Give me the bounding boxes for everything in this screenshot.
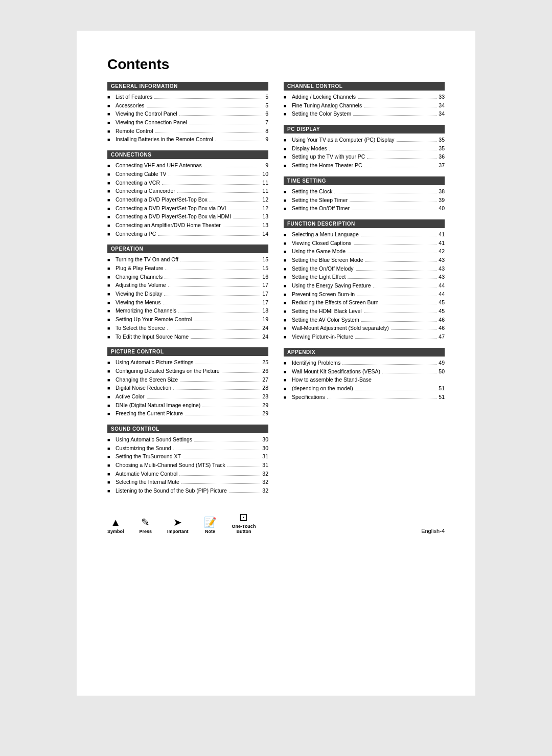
bullet-icon: ■ — [284, 292, 290, 298]
page-number: 29 — [262, 410, 268, 417]
bullet-icon: ■ — [107, 163, 113, 169]
section-header-time-setting: TIME SETTING — [284, 176, 445, 185]
item-label: Plug & Play Feature — [116, 264, 163, 272]
list-item: ■Selecting a Menu Language41 — [284, 231, 445, 238]
page-number: 27 — [262, 376, 268, 384]
list-item: ■Viewing the Menus17 — [107, 299, 268, 306]
bullet-icon: ■ — [284, 232, 290, 238]
bullet-icon: ■ — [284, 137, 290, 144]
page-number: 35 — [439, 145, 445, 152]
item-text: Customizing the Sound30 — [116, 444, 268, 452]
section-sound-control: SOUND CONTROL■Using Automatic Sound Sett… — [107, 425, 268, 495]
bullet-icon: ■ — [107, 300, 113, 306]
bullet-icon: ■ — [284, 189, 290, 195]
item-label: Selecting the Internal Mute — [116, 478, 179, 486]
list-item: ■Reducing the Effects of Screen Burn45 — [284, 299, 445, 306]
section-header-operation: OPERATION — [107, 244, 268, 253]
list-item: ■Setting the Home Theater PC37 — [284, 162, 445, 169]
page-number: 32 — [262, 470, 268, 478]
list-item: ■Changing the Screen Size27 — [107, 376, 268, 384]
footer-item: ⊡One-Touch Button — [232, 512, 256, 534]
item-label: Listening to the Sound of the Sub (PIP) … — [116, 487, 227, 495]
list-item: ■Selecting the Internal Mute32 — [107, 478, 268, 486]
bullet-icon: ■ — [107, 94, 113, 101]
bullet-icon: ■ — [107, 403, 113, 409]
bullet-icon: ■ — [107, 317, 113, 323]
item-label: Viewing the Connection Panel — [116, 119, 187, 126]
list-item: ■Setting the TruSurround XT31 — [107, 453, 268, 460]
item-text: Wall Mount Kit Specifications (VESA)50 — [292, 368, 445, 375]
item-label: Display Modes — [292, 145, 327, 152]
bullet-icon: ■ — [107, 291, 113, 298]
item-label: Adding / Locking Channels — [292, 93, 356, 101]
bullet-icon: ■ — [107, 385, 113, 392]
page-number: 45 — [439, 307, 445, 315]
dots — [348, 253, 436, 253]
item-label: Connecting a PC — [116, 230, 156, 238]
page-number: 6 — [265, 110, 268, 118]
dots — [183, 458, 260, 458]
dots — [173, 389, 260, 390]
section-list-operation: ■Turning the TV On and Off15■Plug & Play… — [107, 256, 268, 340]
bullet-icon: ■ — [107, 214, 113, 220]
bullet-icon: ■ — [107, 471, 113, 478]
item-text: Connecting Cable TV10 — [116, 170, 268, 178]
footer-label-4: One-Touch Button — [232, 524, 256, 534]
dots — [364, 313, 437, 313]
bullet-icon: ■ — [107, 111, 113, 118]
page-number: 40 — [439, 205, 445, 212]
list-item: ■Preventing Screen Burn-in44 — [284, 291, 445, 298]
dots — [194, 441, 260, 441]
page-number: 16 — [262, 273, 268, 281]
item-text: Fine Tuning Analog Channels34 — [292, 102, 445, 109]
item-text: Viewing the Connection Panel7 — [116, 119, 268, 126]
dots — [354, 244, 437, 245]
page-number: 8 — [265, 127, 268, 135]
item-text: Selecting the Internal Mute32 — [116, 478, 268, 486]
bullet-icon: ■ — [284, 111, 290, 118]
item-label: Setting the Color System — [292, 110, 351, 118]
bullet-icon: ■ — [107, 257, 113, 263]
footer-item: ✎Press — [140, 517, 152, 534]
page-number: 51 — [439, 385, 445, 392]
list-item: ■Viewing Picture-in-Picture47 — [284, 333, 445, 341]
page-number: 12 — [262, 196, 268, 204]
section-channel-control: CHANNEL CONTROL■Adding / Locking Channel… — [284, 82, 445, 118]
dots — [165, 270, 260, 270]
dots — [381, 304, 437, 304]
bullet-icon: ■ — [107, 223, 113, 229]
list-item: ■Connecting a Camcorder11 — [107, 187, 268, 195]
item-label: Automatic Volume Control — [116, 470, 177, 478]
item-text: Freezing the Current Picture29 — [116, 410, 268, 417]
list-item: ■Wall Mount Kit Specifications (VESA)50 — [284, 368, 445, 375]
list-item: ■Viewing Closed Captions41 — [284, 239, 445, 247]
item-text: Connecting VHF and UHF Antennas9 — [116, 162, 268, 169]
page-number: 34 — [439, 102, 445, 109]
page-number: 38 — [439, 188, 445, 195]
page-number: 37 — [439, 162, 445, 169]
item-label: Changing the Screen Size — [116, 376, 178, 384]
dots — [382, 373, 436, 373]
page-number: 9 — [265, 136, 268, 143]
page-number: 15 — [262, 256, 268, 263]
list-item: ■Connecting a DVD Player/Set-Top Box12 — [107, 196, 268, 204]
dots — [180, 261, 260, 261]
item-label: Changing Channels — [116, 273, 163, 281]
list-item: ■DNIe (Digital Natural Image engine)29 — [107, 402, 268, 409]
item-label: Connecting a VCR — [116, 179, 160, 187]
page-number: 24 — [262, 333, 268, 341]
list-item: ■Choosing a Multi-Channel Sound (MTS) Tr… — [107, 461, 268, 469]
item-text: List of Features5 — [116, 93, 268, 101]
page-number: 51 — [439, 393, 445, 401]
page-number: 49 — [439, 359, 445, 367]
dots — [173, 450, 261, 450]
right-column: CHANNEL CONTROL■Adding / Locking Channel… — [284, 82, 445, 502]
page-number: 13 — [262, 213, 268, 220]
list-item: ■Using the Game Mode42 — [284, 248, 445, 255]
list-item: ■Connecting an Amplifier/DVD Home Theate… — [107, 221, 268, 229]
item-label: Viewing the Display — [116, 290, 162, 298]
dots — [158, 235, 260, 236]
section-connections: CONNECTIONS■Connecting VHF and UHF Anten… — [107, 150, 268, 237]
bullet-icon: ■ — [107, 488, 113, 495]
item-label: List of Features — [116, 93, 152, 101]
